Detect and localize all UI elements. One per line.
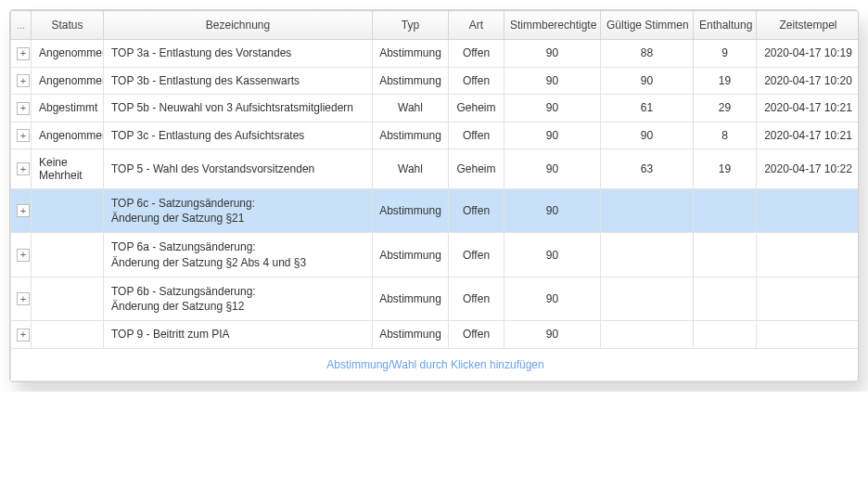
cell-stimmberechtigte: 90	[504, 233, 601, 277]
table-row[interactable]: +TOP 9 - Beitritt zum PIAAbstimmungOffen…	[11, 321, 860, 349]
cell-status: Angenommen	[32, 67, 104, 95]
cell-status: Angenommen	[32, 40, 104, 68]
cell-status	[32, 233, 104, 277]
expand-cell: +	[11, 321, 32, 349]
cell-typ: Wahl	[373, 149, 449, 189]
expand-cell: +	[11, 233, 32, 277]
table-row[interactable]: +TOP 6b - Satzungsänderung:Änderung der …	[11, 277, 860, 320]
table-row[interactable]: +AngenommenTOP 3b - Entlastung des Kasse…	[11, 67, 860, 95]
cell-zeitstempel: 2020-04-17 10:21	[757, 122, 860, 149]
cell-gueltige: 61	[601, 95, 694, 123]
table-row[interactable]: +Keine MehrheitTOP 5 - Wahl des Vorstand…	[11, 149, 860, 189]
cell-bezeichnung: TOP 9 - Beitritt zum PIA	[104, 321, 373, 349]
cell-gueltige	[601, 189, 694, 233]
expand-cell: +	[11, 149, 32, 189]
cell-stimmberechtigte: 90	[504, 40, 601, 68]
table-row[interactable]: +AngenommenTOP 3c - Entlastung des Aufsi…	[11, 122, 860, 149]
expand-cell: +	[11, 95, 32, 123]
cell-typ: Abstimmung	[373, 277, 449, 320]
column-header-bezeichnung[interactable]: Bezeichnung	[104, 11, 373, 40]
cell-zeitstempel: 2020-04-17 10:20	[757, 67, 860, 95]
expand-cell: +	[11, 67, 32, 95]
cell-enthaltung: 19	[694, 67, 757, 95]
cell-enthaltung: 8	[694, 122, 757, 149]
cell-typ: Abstimmung	[373, 189, 449, 233]
cell-zeitstempel	[757, 321, 860, 349]
cell-zeitstempel: 2020-04-17 10:19	[757, 40, 860, 68]
cell-enthaltung	[694, 189, 757, 233]
expand-row-button[interactable]: +	[17, 129, 30, 142]
expand-cell: +	[11, 122, 32, 149]
cell-stimmberechtigte: 90	[504, 67, 601, 95]
cell-status	[32, 277, 104, 320]
expand-row-button[interactable]: +	[17, 74, 30, 87]
add-voting-link[interactable]: Abstimmung/Wahl durch Klicken hinzufügen	[326, 358, 543, 371]
cell-enthaltung: 19	[694, 149, 757, 189]
cell-status: Angenommen	[32, 122, 104, 149]
cell-status: Keine Mehrheit	[32, 149, 104, 189]
cell-gueltige: 88	[601, 40, 694, 68]
expand-cell: +	[11, 277, 32, 320]
cell-gueltige: 90	[601, 67, 694, 95]
column-header-stimmberechtigte[interactable]: Stimmberechtigte	[504, 11, 601, 40]
cell-gueltige: 63	[601, 149, 694, 189]
cell-stimmberechtigte: 90	[504, 149, 601, 189]
cell-enthaltung: 9	[694, 40, 757, 68]
cell-bezeichnung: TOP 3b - Entlastung des Kassenwarts	[104, 67, 373, 95]
cell-gueltige	[601, 321, 694, 349]
cell-enthaltung	[694, 233, 757, 277]
column-header-zeitstempel[interactable]: Zeitstempel	[757, 11, 860, 40]
cell-typ: Abstimmung	[373, 40, 449, 68]
cell-stimmberechtigte: 90	[504, 189, 601, 233]
table-row[interactable]: +TOP 6a - Satzungsänderung:Änderung der …	[11, 233, 860, 277]
cell-zeitstempel	[757, 277, 860, 320]
column-header-typ[interactable]: Typ	[373, 11, 449, 40]
column-header-enthaltung[interactable]: Enthaltung	[694, 11, 757, 40]
cell-typ: Abstimmung	[373, 321, 449, 349]
cell-gueltige	[601, 233, 694, 277]
expand-row-button[interactable]: +	[17, 204, 30, 217]
cell-art: Offen	[449, 321, 504, 349]
expand-cell: +	[11, 40, 32, 68]
table-row[interactable]: +AngenommenTOP 3a - Entlastung des Vorst…	[11, 40, 860, 68]
cell-art: Offen	[449, 277, 504, 320]
cell-zeitstempel: 2020-04-17 10:22	[757, 149, 860, 189]
table-row[interactable]: +AbgestimmtTOP 5b - Neuwahl von 3 Aufsic…	[11, 95, 860, 123]
column-header-status[interactable]: Status	[32, 11, 104, 40]
expand-cell: +	[11, 189, 32, 233]
cell-status	[32, 321, 104, 349]
cell-bezeichnung: TOP 6c - Satzungsänderung:Änderung der S…	[104, 189, 373, 233]
footer-cell: Abstimmung/Wahl durch Klicken hinzufügen	[11, 348, 860, 380]
cell-typ: Wahl	[373, 95, 449, 123]
cell-stimmberechtigte: 90	[504, 277, 601, 320]
column-header-gueltige[interactable]: Gültige Stimmen	[601, 11, 694, 40]
cell-enthaltung	[694, 277, 757, 320]
expand-row-button[interactable]: +	[17, 162, 30, 175]
cell-stimmberechtigte: 90	[504, 95, 601, 123]
cell-enthaltung: 29	[694, 95, 757, 123]
cell-enthaltung	[694, 321, 757, 349]
cell-bezeichnung: TOP 5 - Wahl des Vorstandsvorsitzenden	[104, 149, 373, 189]
cell-gueltige	[601, 277, 694, 320]
cell-art: Offen	[449, 189, 504, 233]
cell-bezeichnung: TOP 3a - Entlastung des Vorstandes	[104, 40, 373, 68]
cell-stimmberechtigte: 90	[504, 321, 601, 349]
expand-row-button[interactable]: +	[17, 329, 30, 342]
table-row[interactable]: +TOP 6c - Satzungsänderung:Änderung der …	[11, 189, 860, 233]
expand-row-button[interactable]: +	[17, 47, 30, 60]
table-header-row: ... Status Bezeichnung Typ Art Stimmbere…	[11, 11, 860, 40]
voting-table-container: ... Status Bezeichnung Typ Art Stimmbere…	[9, 9, 859, 382]
voting-table: ... Status Bezeichnung Typ Art Stimmbere…	[10, 10, 859, 381]
cell-art: Offen	[449, 233, 504, 277]
column-header-expander[interactable]: ...	[11, 11, 32, 40]
cell-art: Geheim	[449, 149, 504, 189]
cell-typ: Abstimmung	[373, 67, 449, 95]
expand-row-button[interactable]: +	[17, 292, 30, 305]
expand-row-button[interactable]: +	[17, 249, 30, 262]
cell-bezeichnung: TOP 5b - Neuwahl von 3 Aufsichtsratsmitg…	[104, 95, 373, 123]
cell-typ: Abstimmung	[373, 233, 449, 277]
cell-status	[32, 189, 104, 233]
expand-row-button[interactable]: +	[17, 102, 30, 115]
table-footer-row: Abstimmung/Wahl durch Klicken hinzufügen	[11, 348, 860, 380]
column-header-art[interactable]: Art	[449, 11, 504, 40]
